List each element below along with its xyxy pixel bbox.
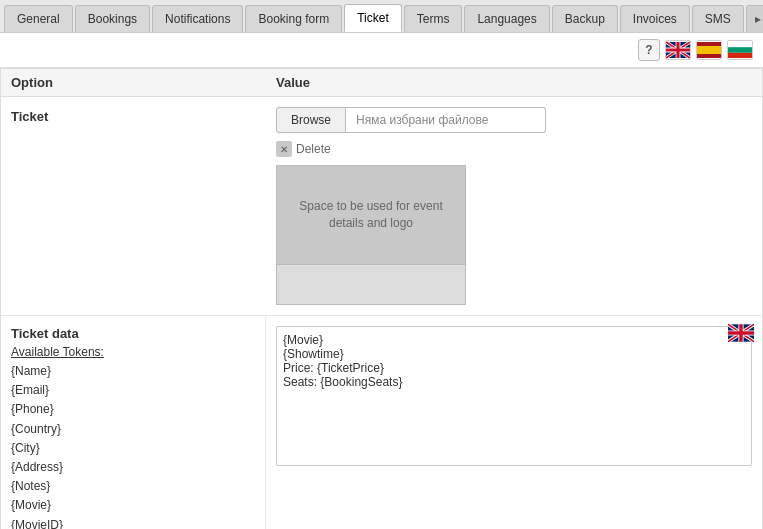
delete-x-icon[interactable]: ✕ (276, 141, 292, 157)
delete-link[interactable]: Delete (296, 142, 331, 156)
token-movie: {Movie} (11, 496, 255, 515)
ticket-preview: Space to be used for event details and l… (276, 165, 466, 265)
ticket-data-textarea[interactable] (276, 326, 752, 466)
ticket-data-left: Ticket data Available Tokens: {Name} {Em… (1, 316, 266, 529)
token-address: {Address} (11, 458, 255, 477)
flag-uk-button[interactable] (665, 40, 691, 60)
tab-invoices[interactable]: Invoices (620, 5, 690, 32)
ticket-value: Browse Няма избрани файлове ✕ Delete Spa… (276, 107, 752, 305)
file-name-display: Няма избрани файлове (346, 107, 546, 133)
token-email: {Email} (11, 381, 255, 400)
flag-bg-button[interactable] (727, 40, 753, 60)
token-movieid: {MovieID} (11, 516, 255, 530)
main-content: Option Value Ticket Browse Няма избрани … (0, 68, 763, 529)
col-option-header: Option (11, 75, 276, 90)
token-list: {Name} {Email} {Phone} {Country} {City} … (11, 362, 255, 529)
ticket-data-row: Ticket data Available Tokens: {Name} {Em… (1, 316, 762, 529)
ticket-data-flag[interactable] (728, 324, 754, 345)
tab-booking-form[interactable]: Booking form (245, 5, 342, 32)
col-value-header: Value (276, 75, 752, 90)
svg-rect-4 (728, 47, 752, 53)
tab-terms[interactable]: Terms (404, 5, 463, 32)
token-phone: {Phone} (11, 400, 255, 419)
delete-row: ✕ Delete (276, 141, 752, 157)
file-input-row: Browse Няма избрани файлове (276, 107, 752, 133)
ticket-preview-bottom (276, 265, 466, 305)
token-city: {City} (11, 439, 255, 458)
tab-languages[interactable]: Languages (464, 5, 549, 32)
tab-ticket[interactable]: Ticket (344, 4, 402, 32)
ticket-row: Ticket Browse Няма избрани файлове ✕ Del… (1, 97, 762, 316)
tab-notifications[interactable]: Notifications (152, 5, 243, 32)
svg-rect-2 (697, 46, 721, 54)
tab-bar: General Bookings Notifications Booking f… (0, 0, 763, 33)
token-country: {Country} (11, 420, 255, 439)
tab-bookings[interactable]: Bookings (75, 5, 150, 32)
tab-more-button[interactable]: ▸ (746, 5, 763, 32)
toolbar-row: ? (0, 33, 763, 68)
ticket-label: Ticket (11, 107, 276, 124)
help-button[interactable]: ? (638, 39, 660, 61)
token-name: {Name} (11, 362, 255, 381)
svg-rect-5 (728, 53, 752, 58)
ticket-data-label: Ticket data (11, 326, 255, 341)
tab-general[interactable]: General (4, 5, 73, 32)
available-tokens-title: Available Tokens: (11, 345, 255, 359)
flag-es-button[interactable] (696, 40, 722, 60)
tab-sms[interactable]: SMS (692, 5, 744, 32)
ticket-data-right (266, 316, 762, 529)
table-header: Option Value (1, 69, 762, 97)
tab-backup[interactable]: Backup (552, 5, 618, 32)
token-notes: {Notes} (11, 477, 255, 496)
browse-button[interactable]: Browse (276, 107, 346, 133)
